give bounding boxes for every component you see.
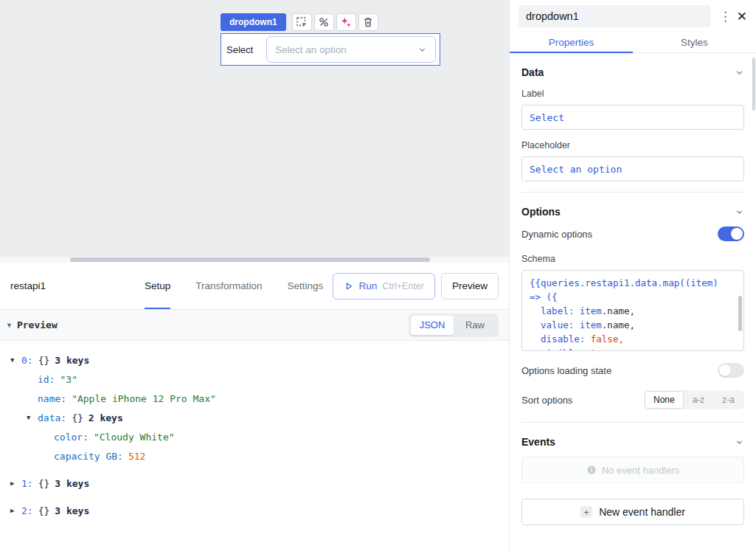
json-tree-row[interactable]: ▶1:{}3 keys [6, 474, 503, 493]
schema-code-editor[interactable]: {{queries.restapi1.data.map((item)=> ({ … [521, 270, 744, 351]
percent-icon [318, 16, 330, 28]
info-icon [586, 465, 597, 475]
preview-mode-toggle: JSON Raw [409, 314, 499, 337]
trash-icon [362, 16, 374, 28]
chevron-down-icon [735, 437, 744, 447]
tab-setup[interactable]: Setup [145, 263, 170, 309]
play-icon [344, 281, 354, 291]
json-key-count: 2 keys [89, 412, 123, 423]
sort-options-label: Sort options [521, 395, 572, 406]
sparkles-icon [340, 16, 352, 28]
code-line: value: item.name, [530, 318, 736, 332]
json-tree-row[interactable]: ▼0:{}3 keys [6, 350, 503, 370]
sort-za-option[interactable]: z-a [714, 392, 743, 408]
code-line: visible: true [530, 346, 736, 351]
options-loading-toggle[interactable] [718, 363, 744, 378]
close-icon[interactable]: ✕ [737, 9, 747, 24]
code-line: label: item.name, [530, 304, 736, 318]
panel-scrollbar-thumb[interactable] [752, 58, 755, 111]
json-key: color: [54, 432, 89, 443]
canvas-horizontal-scrollbar[interactable] [0, 257, 509, 263]
query-name[interactable]: restapi1 [10, 280, 99, 291]
query-editor-header: restapi1 Setup Transformation Settings R… [0, 263, 509, 310]
dropdown-widget-label: Select [226, 44, 266, 55]
tab-properties[interactable]: Properties [510, 32, 633, 53]
json-key-count: 3 keys [55, 355, 89, 366]
placeholder-field-label: Placeholder [521, 140, 744, 150]
preview-header: ▼ Preview JSON Raw [0, 310, 509, 341]
more-menu-icon[interactable]: ⋮ [719, 9, 728, 24]
tree-expander-icon[interactable]: ▶ [10, 507, 21, 514]
json-tree-row: id:"3" [6, 370, 503, 389]
json-object-brace: {} [38, 505, 50, 516]
json-object-brace: {} [38, 355, 50, 366]
code-line: {{queries.restapi1.data.map((item) [530, 276, 736, 290]
sort-none-option[interactable]: None [645, 392, 683, 408]
json-tree-row: name:"Apple iPhone 12 Pro Max" [6, 389, 503, 408]
widget-name-input[interactable]: dropdown1 [519, 5, 710, 27]
data-section-header[interactable]: Data [521, 53, 744, 87]
select-area-button[interactable] [292, 13, 312, 31]
no-event-handlers-text: No event handlers [602, 465, 680, 476]
json-object-brace: {} [38, 478, 50, 489]
chevron-down-icon [417, 45, 427, 55]
json-tree-row: color:"Cloudy White" [6, 427, 503, 446]
dashed-square-icon [296, 16, 308, 28]
canvas[interactable]: dropdown1 [0, 0, 509, 263]
scrollbar-thumb[interactable] [70, 257, 430, 262]
json-key-count: 3 keys [55, 505, 89, 516]
sort-options-row: Sort options None a-z z-a [521, 390, 744, 409]
json-tree-row[interactable]: ▶2:{}3 keys [6, 501, 503, 520]
options-section-header[interactable]: Options [521, 193, 744, 226]
preview-query-button[interactable]: Preview [441, 273, 499, 299]
run-shortcut: Ctrl+Enter [382, 281, 424, 291]
collapse-caret-icon[interactable]: ▼ [6, 322, 13, 329]
dropdown-control[interactable]: Select an option [266, 36, 436, 63]
tree-expander-icon[interactable]: ▼ [27, 414, 38, 421]
selected-widget-cluster: dropdown1 [221, 13, 440, 66]
code-scrollbar-thumb[interactable] [738, 296, 742, 331]
new-event-handler-button[interactable]: + New event handler [521, 499, 744, 525]
widget-quick-actions [292, 13, 378, 31]
dynamic-options-row: Dynamic options [521, 226, 744, 241]
delete-widget-button[interactable] [358, 13, 378, 31]
dynamic-options-toggle[interactable] [718, 226, 744, 241]
json-key: 1: [21, 478, 33, 489]
json-key: id: [38, 374, 55, 385]
json-value: "Apple iPhone 12 Pro Max" [72, 393, 216, 404]
json-preview-tree: ▼0:{}3 keysid:"3"name:"Apple iPhone 12 P… [0, 341, 509, 554]
tab-styles[interactable]: Styles [633, 32, 756, 53]
query-tabs: Setup Transformation Settings [145, 263, 323, 309]
widget-name-badge[interactable]: dropdown1 [221, 13, 286, 31]
dropdown-widget[interactable]: Select Select an option [221, 33, 440, 66]
percent-button[interactable] [314, 13, 334, 31]
tab-settings[interactable]: Settings [288, 263, 324, 309]
placeholder-field-input[interactable]: Select an option [521, 156, 744, 181]
tab-transformation[interactable]: Transformation [195, 263, 262, 309]
mode-json[interactable]: JSON [411, 316, 454, 335]
json-key: name: [38, 393, 66, 404]
json-tree-row: capacity GB:512 [6, 446, 503, 465]
dynamic-options-label: Dynamic options [521, 229, 592, 240]
options-section-title: Options [521, 206, 561, 218]
json-key: 0: [21, 355, 33, 366]
toggle-knob [731, 228, 743, 240]
json-object-brace: {} [72, 412, 83, 423]
inspector-header: dropdown1 ⋮ ✕ [510, 0, 756, 32]
json-tree-row[interactable]: ▼data:{}2 keys [6, 408, 503, 427]
plus-icon: + [580, 506, 592, 518]
json-value: "3" [60, 374, 77, 385]
json-key: data: [38, 412, 66, 423]
tree-expander-icon[interactable]: ▼ [10, 356, 21, 364]
ai-button[interactable] [336, 13, 356, 31]
events-section-header[interactable]: Events [521, 423, 744, 457]
chevron-down-icon [735, 68, 744, 77]
new-event-handler-label: New event handler [599, 506, 685, 518]
no-event-handlers-box: No event handlers [521, 457, 744, 483]
run-query-button[interactable]: Run Ctrl+Enter [333, 273, 435, 299]
app-builder: dropdown1 [0, 0, 756, 554]
tree-expander-icon[interactable]: ▶ [10, 479, 21, 487]
label-field-input[interactable]: Select [521, 105, 744, 130]
sort-az-option[interactable]: a-z [684, 392, 713, 408]
mode-raw[interactable]: Raw [454, 316, 496, 335]
